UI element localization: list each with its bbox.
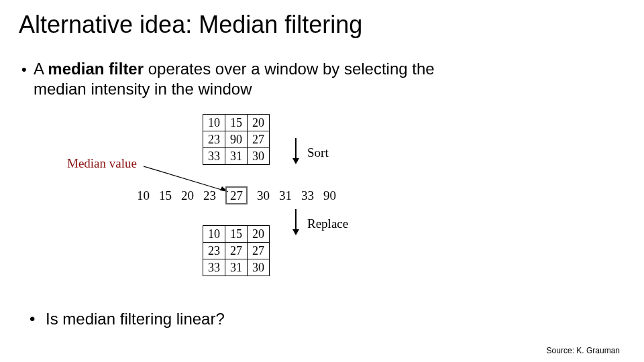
sorted-value: 90 (323, 189, 336, 202)
bullet1-text-prefix: A (34, 60, 48, 78)
sorted-median-value: 27 (225, 186, 248, 204)
grid-cell: 27 (248, 131, 270, 148)
sorted-value: 30 (257, 189, 270, 202)
grid-cell: 33 (203, 148, 225, 165)
grid-cell: 27 (225, 243, 248, 259)
grid-cell: 20 (248, 115, 270, 131)
sorted-value: 15 (159, 189, 172, 202)
grid-cell: 27 (248, 243, 270, 259)
grid-cell: 20 (248, 226, 270, 243)
grid-cell: 31 (225, 259, 248, 276)
sorted-value: 33 (301, 189, 314, 202)
grid-cell: 30 (248, 148, 270, 165)
bullet-dot-icon: • (30, 310, 35, 328)
bullet-question: • Is median filtering linear? (46, 310, 225, 328)
grid-cell: 90 (225, 131, 248, 148)
sorted-value: 20 (181, 189, 194, 202)
bullet1-text-bold: median filter (48, 60, 144, 78)
grid-cell: 15 (225, 115, 248, 131)
bullet-dot-icon: • (21, 60, 27, 79)
sorted-values-row: 10 15 20 23 27 30 31 33 90 (137, 189, 336, 202)
replace-label: Replace (307, 217, 348, 230)
grid-cell: 33 (203, 259, 225, 276)
sorted-value: 10 (137, 189, 150, 202)
grid-cell: 31 (225, 148, 248, 165)
grid-cell: 10 (203, 115, 225, 131)
source-credit: Source: K. Grauman (547, 346, 620, 355)
median-value-label: Median value (67, 157, 137, 170)
grid-cell: 15 (225, 226, 248, 243)
output-window-grid: 10 15 20 23 27 27 33 31 30 (203, 225, 270, 276)
bullet-definition: • A median filter operates over a window… (34, 59, 463, 99)
bullet2-text: Is median filtering linear? (46, 310, 225, 328)
grid-cell: 23 (203, 243, 225, 259)
grid-cell: 23 (203, 131, 225, 148)
median-diagram: Median value 10 15 20 23 90 27 33 31 30 (74, 113, 503, 287)
sort-label: Sort (307, 146, 329, 159)
sorted-value: 31 (279, 189, 292, 202)
grid-cell: 10 (203, 226, 225, 243)
slide-title: Alternative idea: Median filtering (19, 11, 362, 39)
grid-cell: 30 (248, 259, 270, 276)
slide: Alternative idea: Median filtering • A m… (0, 0, 644, 362)
input-window-grid: 10 15 20 23 90 27 33 31 30 (203, 114, 270, 165)
sorted-value: 23 (203, 189, 216, 202)
